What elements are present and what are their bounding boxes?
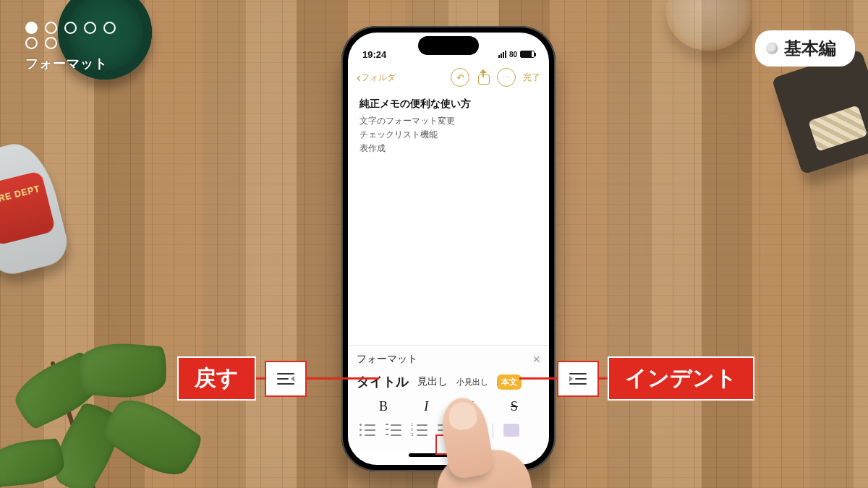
callout-indent-label: インデント [608, 356, 754, 401]
style-heading[interactable]: 見出し [417, 375, 448, 388]
user-finger [416, 387, 543, 488]
progress-dot-5 [103, 22, 116, 34]
signal-icon [498, 51, 506, 58]
progress-indicator: フォーマット [25, 22, 116, 72]
note-line: 文字のフォーマット変更 [359, 115, 537, 127]
section-label: フォーマット [25, 55, 116, 72]
progress-dot-4 [84, 22, 96, 34]
paragraph-style-row: タイトル 見出し 小見出し 本文 [357, 373, 540, 390]
back-label: フォルダ [361, 72, 396, 84]
style-subheading[interactable]: 小見出し [456, 377, 488, 388]
bold-button[interactable]: B [379, 399, 388, 414]
callout-outdent-label: 戻す [177, 356, 256, 401]
battery-pct: 80 [509, 51, 517, 59]
progress-dot-3 [64, 22, 77, 34]
bulleted-list-icon[interactable] [359, 424, 375, 437]
desk-scene: フォーマット 基本編 19:24 80 ‹ フォルダ ↶ [0, 0, 868, 488]
note-title: 純正メモの便利な使い方 [359, 98, 537, 111]
prop-toy-car [0, 137, 72, 278]
note-line: チェックリスト機能 [359, 129, 537, 141]
back-button[interactable]: ‹ フォルダ [357, 71, 396, 84]
status-time: 19:24 [362, 49, 386, 60]
note-line: 表作成 [359, 142, 537, 155]
callout-outdent-chip [265, 361, 307, 397]
prop-glass [665, 0, 752, 51]
undo-button[interactable]: ↶ [451, 68, 469, 87]
dashed-list-icon[interactable] [386, 424, 401, 437]
nav-bar: ‹ フォルダ ↶ ⋯ 完了 [348, 64, 549, 90]
prop-leaves [0, 314, 224, 488]
callout-indent-chip [557, 361, 599, 397]
progress-dot-1 [25, 22, 38, 34]
note-body[interactable]: 純正メモの便利な使い方 文字のフォーマット変更 チェックリスト機能 表作成 [348, 90, 549, 345]
progress-dot-6 [25, 37, 38, 49]
dynamic-island [418, 36, 479, 55]
progress-dot-7 [45, 37, 57, 49]
chapter-badge-text: 基本編 [784, 37, 836, 60]
share-button[interactable] [474, 68, 493, 87]
progress-dot-2 [45, 22, 57, 34]
more-button[interactable]: ⋯ [497, 68, 516, 87]
callout-indent: インデント [519, 356, 754, 401]
chapter-badge: 基本編 [755, 30, 855, 67]
callout-outdent: 戻す [177, 356, 379, 401]
battery-icon [520, 51, 535, 58]
done-button[interactable]: 完了 [523, 72, 540, 84]
prop-stamp [772, 49, 868, 174]
